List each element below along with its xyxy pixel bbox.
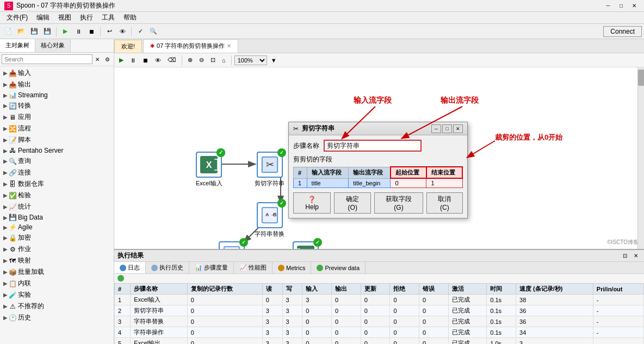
tab-close-icon[interactable]: ✕ [227, 43, 231, 49]
bottom-panel-close[interactable]: ✕ [631, 252, 641, 260]
tree-item-input[interactable]: ▶ 📥 输入 [0, 67, 114, 79]
search-input[interactable] [2, 54, 92, 64]
menu-file[interactable]: 文件(F) [2, 12, 32, 23]
step-box-str-replace: A → B ✓ [257, 202, 283, 228]
tree-item-experiment[interactable]: ▶ 🧪 实验 [0, 289, 114, 301]
tree-item-app[interactable]: ▶ 🖥 应用 [0, 111, 114, 123]
canvas[interactable]: X ✓ Excel输入 ✂ ✓ [114, 67, 644, 249]
dialog-ok-btn[interactable]: 确定(O) [334, 192, 371, 214]
close-button[interactable]: ✕ [629, 2, 640, 10]
dialog-title-buttons: ─ □ ✕ [431, 124, 463, 133]
toolbar-step[interactable]: ↩ [103, 26, 115, 37]
tab-transform[interactable]: ✱ 07 字符串的剪切替换操作 ✕ [143, 39, 238, 53]
search-icon-button[interactable]: ⚙ [102, 54, 112, 64]
tree-item-transform[interactable]: ▶ 🔄 转换 [0, 100, 114, 111]
bottom-tab-log[interactable]: 日志 [114, 262, 146, 273]
menu-help[interactable]: 帮助 [119, 12, 141, 23]
tree-item-output[interactable]: ▶ 📤 输出 [0, 79, 114, 90]
menu-run[interactable]: 执行 [76, 12, 97, 23]
tab-welcome[interactable]: 欢迎! [114, 40, 142, 53]
tree-item-mapping[interactable]: ▶ 🗺 映射 [0, 255, 114, 266]
toolbar-check[interactable]: ✓ [134, 26, 146, 37]
results-cell-4-13: - [593, 327, 643, 338]
toolbar-pause[interactable]: ⏸ [72, 26, 84, 37]
canvas-clear-btn[interactable]: ⌫ [165, 55, 179, 65]
bottom-tab-step-metrics[interactable]: 📊 步骤度量 [189, 262, 234, 273]
connect-button[interactable]: Connect [603, 26, 642, 37]
results-table-wrap[interactable]: # 步骤名称 复制的记录行数 读 写 输入 输出 更新 拒绝 错误 激活 [114, 283, 644, 344]
search-clear-button[interactable]: ✕ [92, 54, 102, 64]
tree-item-bulk[interactable]: ▶ 📦 批量加载 [0, 266, 114, 278]
dialog-help-btn[interactable]: ❓ Help [293, 192, 331, 214]
tree-item-inline[interactable]: ▶ 📋 内联 [0, 278, 114, 289]
results-row-3[interactable]: 3字符串替换03300000已完成0.1s36- [115, 316, 644, 327]
results-row-4[interactable]: 4字符串操作03300000已完成0.1s34- [115, 327, 644, 338]
minimize-button[interactable]: ─ [603, 2, 614, 10]
step-str-replace[interactable]: A → B ✓ 字符串替换 [255, 202, 284, 238]
results-row-2[interactable]: 2剪切字符串03300000已完成0.1s36- [115, 305, 644, 316]
tree-item-encrypt[interactable]: ▶ 🔒 加密 [0, 232, 114, 243]
dialog-step-name-input[interactable] [324, 140, 422, 152]
dialog-get-fields-btn[interactable]: 获取字段(G) [374, 192, 423, 214]
tree-icon-dw: 🗄 [9, 180, 16, 188]
tree-item-flow[interactable]: ▶ 🔀 流程 [0, 123, 114, 134]
step-excel-output[interactable]: X ✓ Excel输出 [293, 241, 319, 249]
dialog-maximize-btn[interactable]: □ [442, 124, 452, 133]
toolbar-new[interactable]: 📄 [2, 26, 14, 37]
cut-string-dialog[interactable]: ✂ 剪切字符串 ─ □ ✕ 步骤名称 剪剪切的字段 [288, 122, 468, 218]
canvas-zoom-in[interactable]: ⊕ [185, 55, 195, 65]
zoom-select[interactable]: 100% 75% 50% 150% [234, 55, 267, 65]
menu-tools[interactable]: 工具 [97, 12, 119, 23]
sidebar-tab-core[interactable]: 核心对象 [35, 39, 71, 52]
menu-edit[interactable]: 编辑 [32, 12, 54, 23]
step-excel-input[interactable]: X ✓ Excel输入 [196, 152, 222, 187]
sidebar-tab-main[interactable]: 主对象树 [0, 39, 35, 52]
step-cut-string[interactable]: ✂ ✓ 剪切字符串 [255, 152, 284, 187]
tree-item-query[interactable]: ▶ 🔍 查询 [0, 155, 114, 167]
toolbar-save[interactable]: 💾 [28, 26, 40, 37]
dialog-minimize-btn[interactable]: ─ [431, 124, 441, 133]
tree-item-pentaho[interactable]: ▶ 🖧 Pentaho Server [0, 146, 114, 155]
toolbar-run[interactable]: ▶ [59, 26, 71, 37]
bottom-panel-expand[interactable]: ⊡ [620, 252, 630, 260]
bottom-tab-history[interactable]: 执行历史 [146, 262, 189, 273]
menu-view[interactable]: 视图 [54, 12, 76, 23]
canvas-zoom-out[interactable]: ⊖ [196, 55, 207, 65]
tree-item-check[interactable]: ▶ ✅ 检验 [0, 190, 114, 201]
tree-item-stats[interactable]: ▶ 📈 统计 [0, 201, 114, 212]
canvas-run-btn[interactable]: ▶ [116, 55, 126, 65]
toolbar-explore[interactable]: 🔍 [147, 26, 159, 37]
tree-item-bigdata[interactable]: ▶ 💾 Big Data [0, 212, 114, 222]
canvas-pause-btn[interactable]: ⏸ [127, 55, 139, 65]
tree-item-job[interactable]: ▶ ⚙ 作业 [0, 243, 114, 255]
tree-item-script[interactable]: ▶ 📝 脚本 [0, 134, 114, 146]
dialog-close-btn[interactable]: ✕ [453, 124, 463, 133]
tree-item-dw[interactable]: ▶ 🗄 数据仓库 [0, 178, 114, 190]
toolbar-open[interactable]: 📂 [15, 26, 27, 37]
toolbar-preview[interactable]: 👁 [116, 26, 128, 37]
dialog-table-row[interactable]: 1 title title_begin 0 1 [294, 178, 463, 188]
results-row-1[interactable]: 1Excel输入00330000已完成0.1s38- [115, 295, 644, 305]
tree-icon-check: ✅ [9, 192, 16, 199]
tree-item-agile[interactable]: ▶ ⚡ Agile [0, 222, 114, 232]
maximize-button[interactable]: □ [616, 2, 627, 10]
toolbar-save-as[interactable]: 💾 [41, 26, 53, 37]
canvas-stop-btn[interactable]: ⏹ [140, 55, 151, 65]
canvas-preview-btn[interactable]: 👁 [152, 55, 164, 65]
tree-item-connect[interactable]: ▶ 🔗 连接 [0, 167, 114, 178]
bottom-tab-perf[interactable]: 📈 性能图 [234, 262, 273, 273]
canvas-fit[interactable]: ⊡ [208, 55, 218, 65]
tree-item-deprecated[interactable]: ▶ ⚠ 不推荐的 [0, 301, 114, 312]
canvas-scrollbar-right[interactable] [637, 67, 644, 249]
tree-item-streaming[interactable]: ▶ 📊 Streaming [0, 90, 114, 100]
bottom-tab-metrics[interactable]: Metrics [273, 262, 311, 273]
canvas-scroll-thumb[interactable] [638, 70, 644, 86]
toolbar-stop[interactable]: ⏹ [85, 26, 97, 37]
results-row-5[interactable]: 5Excel输出03300000已完成1.0s3- [115, 338, 644, 345]
dialog-cancel-btn[interactable]: 取消(C) [426, 192, 463, 214]
step-str-op[interactable]: AB →AB ✓ 字符串操作 [216, 241, 246, 249]
canvas-home[interactable]: ⌂ [219, 55, 228, 65]
tree-item-history[interactable]: ▶ 🕐 历史 [0, 312, 114, 323]
bottom-tab-preview[interactable]: Preview data [311, 262, 366, 273]
canvas-zoom-dropdown[interactable]: ▼ [268, 55, 280, 65]
